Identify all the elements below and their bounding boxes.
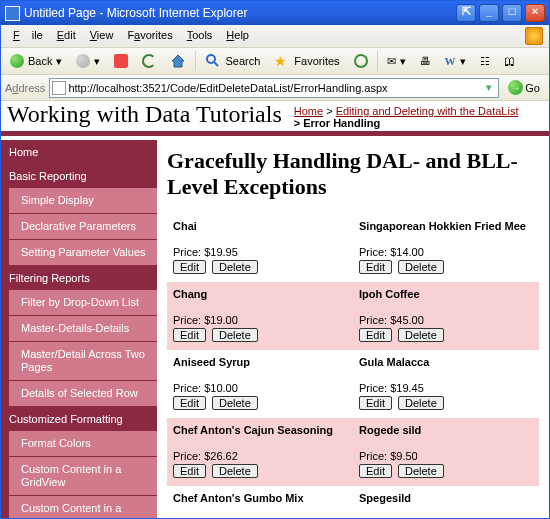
sidebar-item[interactable]: Filter by Drop-Down List <box>5 290 157 315</box>
product-price: Price: $9.50 <box>359 450 533 462</box>
product-price: Price: $10.00 <box>173 382 347 394</box>
product-actions: EditDelete <box>359 328 533 342</box>
sidebar: HomeBasic ReportingSimple DisplayDeclara… <box>1 140 157 519</box>
go-button[interactable]: → Go <box>503 77 545 98</box>
product-price: Price: $19.00 <box>173 314 347 326</box>
history-button[interactable] <box>349 51 373 71</box>
menu-file[interactable]: File <box>7 27 49 45</box>
search-button[interactable]: Search <box>200 50 265 72</box>
product-cell: ChaiPrice: $19.95EditDelete <box>167 214 353 282</box>
refresh-button[interactable] <box>137 51 161 71</box>
sidebar-category[interactable]: Customized Formatting <box>1 407 157 431</box>
menu-edit[interactable]: Edit <box>51 27 82 45</box>
forward-button[interactable]: ▾ <box>71 51 105 71</box>
edit-button[interactable]: Edit <box>359 464 392 478</box>
home-icon <box>170 53 186 69</box>
sidebar-item[interactable]: Details of Selected Row <box>5 381 157 406</box>
sidebar-category[interactable]: Home <box>1 140 157 164</box>
sidebar-category[interactable]: Filtering Reports <box>1 266 157 290</box>
misc-button-2[interactable]: 🕮 <box>499 52 520 70</box>
delete-button[interactable]: Delete <box>398 396 444 410</box>
sidebar-item[interactable]: Master-Details-Details <box>5 316 157 341</box>
product-name: Singaporean Hokkien Fried Mee <box>359 220 533 232</box>
edit-button[interactable]: Edit <box>359 260 392 274</box>
favorites-button[interactable]: ★Favorites <box>269 50 344 72</box>
svg-point-0 <box>207 55 215 63</box>
product-cell: SpegesildPrice: $12.00EditDelete <box>353 486 539 519</box>
address-input[interactable] <box>66 82 482 94</box>
breadcrumb-sep: > <box>323 105 336 117</box>
go-label: Go <box>525 82 540 94</box>
window-close-button[interactable]: × <box>525 4 545 22</box>
product-cell: Singaporean Hokkien Fried MeePrice: $14.… <box>353 214 539 282</box>
window-titlebar: Untitled Page - Microsoft Internet Explo… <box>1 1 549 25</box>
product-name: Ipoh Coffee <box>359 288 533 300</box>
research-icon: 🕮 <box>504 55 515 67</box>
product-name: Chef Anton's Cajun Seasoning <box>173 424 347 436</box>
product-cell: Ipoh CoffeePrice: $45.00EditDelete <box>353 282 539 350</box>
back-button[interactable]: Back ▾ <box>5 51 67 71</box>
delete-button[interactable]: Delete <box>212 260 258 274</box>
toolbar: Back ▾ ▾ Search ★Favorites ✉▾ 🖶 W▾ ☷ 🕮 <box>1 48 549 75</box>
product-price: Price: $19.95 <box>173 246 347 258</box>
product-actions: EditDelete <box>359 396 533 410</box>
edit-button[interactable]: Edit <box>359 396 392 410</box>
product-price: Price: $45.00 <box>359 314 533 326</box>
delete-button[interactable]: Delete <box>212 328 258 342</box>
window-minimize-button[interactable]: _ <box>479 4 499 22</box>
product-name: Chai <box>173 220 347 232</box>
breadcrumb-section[interactable]: Editing and Deleting with the DataList <box>336 105 519 117</box>
favorites-label: Favorites <box>294 55 339 67</box>
window-aux-button[interactable]: ⇱ <box>456 4 476 22</box>
edit-button[interactable]: Edit <box>173 328 206 342</box>
sidebar-item[interactable]: Setting Parameter Values <box>5 240 157 265</box>
stop-icon <box>114 54 128 68</box>
menu-help[interactable]: Help <box>220 27 255 45</box>
menu-favorites[interactable]: Favorites <box>121 27 178 45</box>
product-name: Spegesild <box>359 492 533 504</box>
product-cell: Gula MalaccaPrice: $19.45EditDelete <box>353 350 539 418</box>
product-cell: Aniseed SyrupPrice: $10.00EditDelete <box>167 350 353 418</box>
sidebar-item[interactable]: Format Colors <box>5 431 157 456</box>
product-name: Aniseed Syrup <box>173 356 347 368</box>
chevron-down-icon: ▾ <box>56 55 62 68</box>
breadcrumb-home[interactable]: Home <box>294 105 323 117</box>
delete-button[interactable]: Delete <box>212 396 258 410</box>
sidebar-item[interactable]: Custom Content in a <box>5 496 157 519</box>
header-rule <box>1 131 549 136</box>
print-button[interactable]: 🖶 <box>415 52 436 70</box>
home-button[interactable] <box>165 50 191 72</box>
menu-view[interactable]: View <box>84 27 120 45</box>
sidebar-category[interactable]: Basic Reporting <box>1 164 157 188</box>
delete-button[interactable]: Delete <box>398 260 444 274</box>
edit-button[interactable]: Edit <box>359 328 392 342</box>
edit-button[interactable]: Edit <box>173 464 206 478</box>
forward-icon <box>76 54 90 68</box>
address-dropdown-icon[interactable]: ▾ <box>482 81 496 94</box>
delete-button[interactable]: Delete <box>212 464 258 478</box>
edit-button[interactable]: W▾ <box>440 52 471 71</box>
history-icon <box>354 54 368 68</box>
refresh-icon <box>142 54 156 68</box>
product-price: Price: $14.00 <box>359 246 533 258</box>
sidebar-item[interactable]: Master/Detail Across Two Pages <box>5 342 157 380</box>
product-name: Gula Malacca <box>359 356 533 368</box>
breadcrumb-sep2: > <box>294 117 303 129</box>
sidebar-item[interactable]: Custom Content in a GridView <box>5 457 157 495</box>
edit-button[interactable]: Edit <box>173 260 206 274</box>
menubar: File Edit View Favorites Tools Help <box>1 25 549 48</box>
mail-button[interactable]: ✉▾ <box>382 52 411 71</box>
misc-button-1[interactable]: ☷ <box>475 52 495 71</box>
delete-button[interactable]: Delete <box>398 464 444 478</box>
delete-button[interactable]: Delete <box>398 328 444 342</box>
address-input-wrap[interactable]: ▾ <box>49 78 499 98</box>
main-content: Gracefully Handling DAL- and BLL-Level E… <box>157 140 549 519</box>
product-cell: ChangPrice: $19.00EditDelete <box>167 282 353 350</box>
star-icon: ★ <box>274 53 290 69</box>
sidebar-item[interactable]: Declarative Parameters <box>5 214 157 239</box>
sidebar-item[interactable]: Simple Display <box>5 188 157 213</box>
stop-button[interactable] <box>109 51 133 71</box>
edit-button[interactable]: Edit <box>173 396 206 410</box>
menu-tools[interactable]: Tools <box>181 27 219 45</box>
window-maximize-button[interactable]: □ <box>502 4 522 22</box>
